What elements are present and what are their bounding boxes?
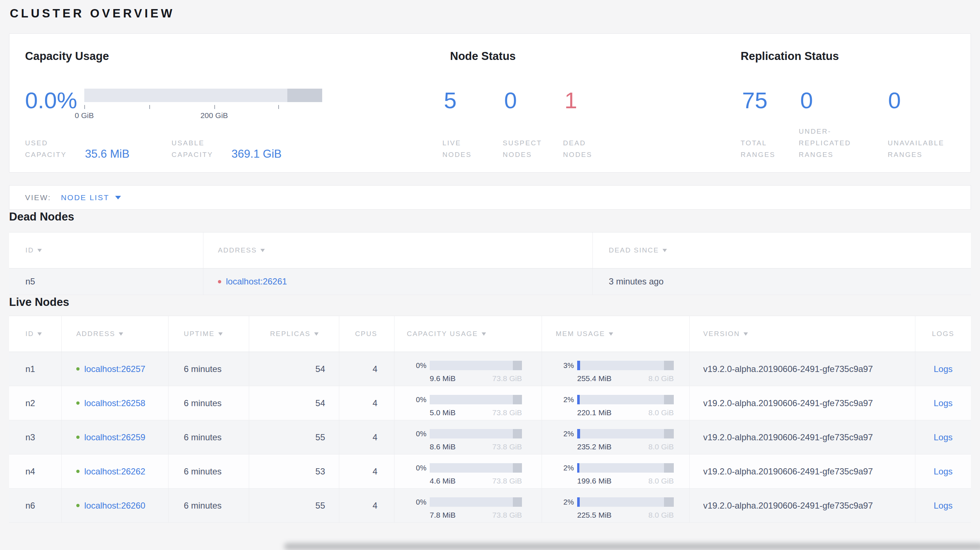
node-version: v19.2.0-alpha.20190606-2491-gfe735c9a97 (690, 420, 915, 454)
column-header-replicas[interactable]: REPLICAS (249, 316, 339, 352)
column-header-capacity-usage[interactable]: CAPACITY USAGE (395, 316, 542, 352)
node-address-link[interactable]: localhost:26258 (84, 398, 145, 409)
cluster-overview-page: CLUSTER OVERVIEW Capacity Usage Node Sta… (0, 0, 980, 523)
column-header-address[interactable]: ADDRESS (204, 232, 593, 268)
mem-mini-bar-marker (664, 463, 674, 473)
capacity-bar-other-segment (287, 89, 322, 102)
used-capacity-label: USED CAPACITY (25, 137, 70, 161)
capacity-percent: 0% (395, 396, 430, 404)
capacity-percent: 0% (395, 430, 430, 438)
mem-total-value: 8.0 GiB (648, 477, 674, 485)
mem-percent: 2% (542, 396, 577, 404)
node-id: n6 (9, 489, 62, 522)
live-nodes-label: LIVE NODES (442, 137, 503, 161)
axis-tick (214, 105, 215, 109)
node-uptime: 6 minutes (169, 455, 249, 488)
view-selector-dropdown[interactable]: NODE LIST (61, 193, 121, 202)
capacity-used-value: 9.6 MiB (430, 374, 455, 383)
suspect-nodes-count: 0 (504, 88, 565, 112)
live-status-dot-icon (76, 470, 80, 473)
node-cpus: 4 (339, 489, 395, 522)
view-toolbar: VIEW: NODE LIST (9, 185, 971, 210)
sort-arrow-icon (314, 332, 318, 335)
capacity-percent: 0% (395, 361, 430, 370)
dead-node-address-link[interactable]: localhost:26261 (226, 277, 287, 287)
capacity-mini-bar (430, 361, 522, 370)
live-node-row: n4 localhost:26262 6 minutes 53 4 0% (9, 455, 971, 489)
mem-mini-bar (577, 395, 674, 404)
mem-mini-bar-fill (577, 395, 580, 404)
node-mem-usage-cell: 2% 199.6 MiB 8.0 GiB (542, 455, 690, 488)
node-replicas: 55 (249, 489, 339, 522)
node-address-link[interactable]: localhost:26262 (84, 466, 145, 477)
node-mem-usage-cell: 2% 235.2 MiB 8.0 GiB (542, 420, 690, 454)
view-selected-value[interactable]: NODE LIST (61, 193, 109, 202)
capacity-mini-bar-marker (513, 498, 522, 507)
column-header-cpus-label: CPUS (355, 330, 377, 338)
node-id: n4 (9, 455, 62, 488)
column-header-capacity-usage-label: CAPACITY USAGE (407, 330, 478, 338)
sort-arrow-icon (218, 332, 223, 335)
live-status-dot-icon (76, 367, 80, 370)
dead-nodes-count: 1 (565, 88, 625, 112)
node-cpus: 4 (339, 455, 395, 488)
node-logs-cell: Logs (915, 489, 971, 522)
node-address-link[interactable]: localhost:26260 (84, 501, 145, 511)
capacity-used-percent: 0.0% (25, 88, 77, 112)
capacity-mini-bar (430, 498, 522, 507)
live-nodes-count: 5 (444, 88, 504, 112)
node-address-link[interactable]: localhost:26259 (84, 432, 145, 442)
node-uptime: 6 minutes (169, 489, 249, 522)
column-header-logs: LOGS (915, 316, 971, 352)
used-capacity-value: 35.6 MiB (85, 148, 129, 161)
column-header-id[interactable]: ID (9, 232, 204, 268)
capacity-total-value: 73.8 GiB (492, 374, 522, 383)
column-header-version[interactable]: VERSION (690, 316, 915, 352)
column-header-mem-usage-label: MEM USAGE (556, 330, 605, 338)
column-header-address-label: ADDRESS (218, 246, 257, 254)
page-title: CLUSTER OVERVIEW (10, 6, 971, 21)
mem-percent: 2% (542, 464, 577, 472)
capacity-used-value: 4.6 MiB (430, 477, 455, 485)
column-header-uptime[interactable]: UPTIME (169, 316, 249, 352)
node-version: v19.2.0-alpha.20190606-2491-gfe735c9a97 (690, 386, 915, 420)
column-header-id[interactable]: ID (9, 316, 62, 352)
logs-link[interactable]: Logs (934, 432, 952, 442)
node-address-cell: localhost:26262 (62, 455, 169, 488)
cluster-summary-card: Capacity Usage Node Status Replication S… (9, 33, 971, 173)
under-replicated-ranges-label: UNDER- REPLICATED RANGES (799, 126, 888, 161)
live-nodes-table-header: ID ADDRESS UPTIME REPLICAS CPUS CAPACITY… (9, 316, 971, 352)
node-capacity-usage-cell: 0% 8.6 MiB 73.8 GiB (395, 420, 542, 454)
capacity-used-value: 5.0 MiB (430, 409, 455, 417)
capacity-mini-bar-marker (513, 429, 522, 439)
capacity-used-value: 8.6 MiB (430, 442, 455, 451)
column-header-address-label: ADDRESS (76, 330, 115, 338)
column-header-address[interactable]: ADDRESS (62, 316, 169, 352)
logs-link[interactable]: Logs (934, 466, 952, 477)
capacity-mini-bar (430, 395, 522, 404)
live-node-row: n3 localhost:26259 6 minutes 55 4 0% (9, 420, 971, 455)
capacity-total-value: 73.8 GiB (492, 409, 522, 417)
logs-link[interactable]: Logs (934, 398, 952, 409)
sort-arrow-icon (37, 249, 42, 252)
node-replicas: 55 (249, 420, 339, 454)
node-address-link[interactable]: localhost:26257 (84, 364, 145, 374)
node-version: v19.2.0-alpha.20190606-2491-gfe735c9a97 (690, 352, 915, 386)
mem-mini-bar (577, 463, 674, 473)
column-header-cpus: CPUS (339, 316, 395, 352)
mem-mini-bar (577, 429, 674, 439)
live-node-row: n6 localhost:26260 6 minutes 55 4 0% (9, 489, 971, 523)
unavailable-ranges-label: UNAVAILABLE RANGES (888, 137, 944, 161)
capacity-usage-heading: Capacity Usage (25, 49, 109, 64)
mem-total-value: 8.0 GiB (648, 409, 674, 417)
node-address-cell: localhost:26260 (62, 489, 169, 522)
capacity-mini-bar-marker (513, 395, 522, 404)
dead-nodes-table: ID ADDRESS DEAD SINCE n5 localhost:26261… (9, 232, 971, 295)
column-header-dead-since[interactable]: DEAD SINCE (593, 232, 971, 268)
column-header-dead-since-label: DEAD SINCE (609, 246, 659, 254)
logs-link[interactable]: Logs (934, 501, 952, 511)
column-header-mem-usage[interactable]: MEM USAGE (542, 316, 690, 352)
logs-link[interactable]: Logs (934, 364, 952, 374)
node-version: v19.2.0-alpha.20190606-2491-gfe735c9a97 (690, 489, 915, 522)
capacity-mini-bar-marker (513, 463, 522, 473)
